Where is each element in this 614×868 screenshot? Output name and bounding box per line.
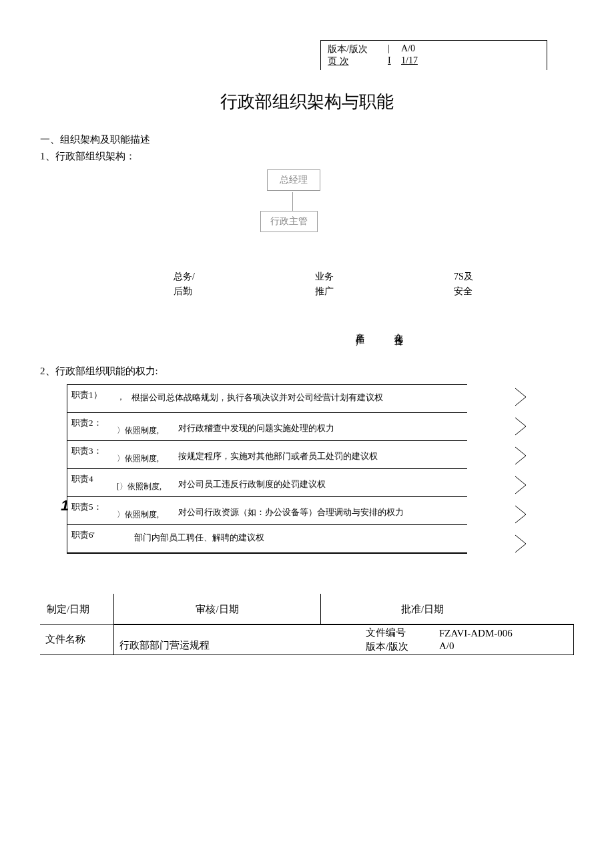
footer-review-date-label: 审核/日期 — [113, 594, 320, 624]
chevron-right-icon — [514, 534, 529, 554]
duty-row-5: 职责5： 〉依照制度, 对公司行政资源（如：办公设备等）合理调动与安排的权力 — [67, 497, 467, 525]
doc-header-box: 版本/版次 | A/0 页 次 I 1/17 — [320, 40, 547, 70]
footer-file-name-label: 文件名称 — [40, 625, 113, 655]
footer-version-value: A/0 — [439, 640, 454, 652]
duty-body: 部门内部员工聘任、解聘的建议权 — [114, 525, 467, 552]
footer-row-1: 制定/日期 审核/日期 批准/日期 — [40, 594, 574, 624]
duty-body: 对公司行政资源（如：办公设备等）合理调动与安排的权力 — [174, 497, 467, 524]
duty-body: 按规定程序，实施对其他部门或者员工处罚的建议权 — [174, 441, 467, 468]
document-title: 行政部组织架构与职能 — [40, 90, 574, 113]
header-version-label: 版本/版次 — [328, 43, 388, 55]
header-version-value: A/0 — [401, 43, 415, 55]
header-page-row: 页 次 I 1/17 — [328, 55, 540, 67]
duty-row-6: 职责6' 部门内部员工聘任、解聘的建议权 — [67, 525, 467, 553]
duty-label: 职责5： — [67, 497, 114, 524]
duty-mid: 〉依照制度, — [114, 413, 174, 440]
duty-label: 职责4 — [67, 469, 114, 496]
footer-file-number-label: 文件编号 — [366, 626, 406, 639]
header-version-sep: | — [388, 43, 401, 55]
duty-body: 对公司员工违反行政制度的处罚建议权 — [174, 469, 467, 496]
duty-body: 根据公司总体战略规划，执行各项决议并对公司经营计划有建议权 — [127, 385, 467, 412]
org-box-general-manager: 总经理 — [267, 169, 320, 191]
footer-file-name-value: 行政部部门营运规程 — [113, 625, 360, 655]
header-page-label: 页 次 — [328, 55, 388, 67]
duty-row-1: 职责1） ， 根据公司总体战略规划，执行各项决议并对公司经营计划有建议权 — [67, 385, 467, 413]
footer-file-meta-values: FZAVI-ADM-006 A/0 — [434, 625, 574, 655]
duty-mid: 〉依照制度, — [114, 441, 174, 468]
duty-table-wrap: 职责1） ， 根据公司总体战略规划，执行各项决议并对公司经营计划有建议权 职责2… — [67, 384, 574, 554]
chevron-right-icon — [514, 387, 529, 407]
duty-label: 职责1） — [67, 385, 114, 412]
function-business-promo: 业务 推广 — [315, 270, 334, 300]
org-chart: 总经理 行政主管 — [40, 169, 574, 250]
chevron-right-icon — [514, 475, 529, 495]
func-line-2: 推广 — [315, 286, 334, 296]
func-line-1: 总务/ — [174, 272, 195, 282]
chevron-right-icon — [514, 504, 529, 524]
duty-mid: 〉依照制度, — [114, 497, 174, 524]
footer-row-2: 文件名称 行政部部门营运规程 文件编号 版本/版次 FZAVI-ADM-006 … — [40, 624, 574, 655]
footer-table: 制定/日期 审核/日期 批准/日期 文件名称 行政部部门营运规程 文件编号 版本… — [40, 594, 574, 655]
chevron-right-icon — [514, 416, 529, 436]
duty-body: 对行政稽查中发现的问题实施处理的权力 — [174, 413, 467, 440]
function-7s-safety: 7S及 安全 — [454, 270, 473, 300]
func-line-1: 业务 — [315, 272, 334, 282]
org-connector-line — [292, 192, 293, 211]
duty-row-2: 职责2： 〉依照制度, 对行政稽查中发现的问题实施处理的权力 — [67, 413, 467, 441]
duty-row-4: 职责4 [〉依照制度, 对公司员工违反行政制度的处罚建议权 — [67, 469, 467, 497]
org-box-admin-supervisor: 行政主管 — [260, 211, 318, 232]
chevron-right-icon — [514, 446, 529, 466]
section-1-1-heading: 1、行政部组织架构： — [40, 150, 574, 163]
duty-row-3: 职责3： 〉依照制度, 按规定程序，实施对其他部门或者员工处罚的建议权 — [67, 441, 467, 469]
header-page-value: 1/17 — [401, 55, 418, 67]
footer-file-number-value: FZAVI-ADM-006 — [439, 628, 513, 639]
handwritten-mark: 1 — [61, 497, 69, 514]
function-general-logistics: 总务/ 后勤 — [174, 270, 195, 300]
header-page-sep: I — [388, 55, 401, 67]
duty-table: 职责1） ， 根据公司总体战略规划，执行各项决议并对公司经营计划有建议权 职责2… — [67, 384, 467, 554]
vert-product-promo: 产品推广 — [354, 326, 366, 332]
duty-mid: ， — [114, 385, 127, 412]
func-line-1: 7S及 — [454, 272, 473, 282]
vert-culture-pub: 文化宣传 — [392, 326, 404, 332]
footer-approve-date-label: 批准/日期 — [320, 594, 574, 624]
section-1-heading: 一、组织架构及职能描述 — [40, 133, 574, 146]
footer-made-date-label: 制定/日期 — [40, 594, 113, 624]
duty-mid: [〉依照制度, — [114, 469, 174, 496]
chevron-column — [514, 384, 529, 554]
duty-label: 职责3： — [67, 441, 114, 468]
header-version-row: 版本/版次 | A/0 — [328, 43, 540, 55]
vertical-labels: 产品推广 文化宣传 — [40, 326, 574, 332]
duty-label: 职责2： — [67, 413, 114, 440]
footer-file-meta-labels: 文件编号 版本/版次 — [360, 625, 434, 655]
func-line-2: 后勤 — [174, 286, 192, 296]
footer-version-label: 版本/版次 — [366, 640, 408, 653]
duty-label: 职责6' — [67, 525, 114, 552]
function-row: 总务/ 后勤 业务 推广 7S及 安全 — [40, 270, 574, 300]
section-2-heading: 2、行政部组织职能的权力: — [40, 365, 574, 378]
func-line-2: 安全 — [454, 286, 473, 296]
